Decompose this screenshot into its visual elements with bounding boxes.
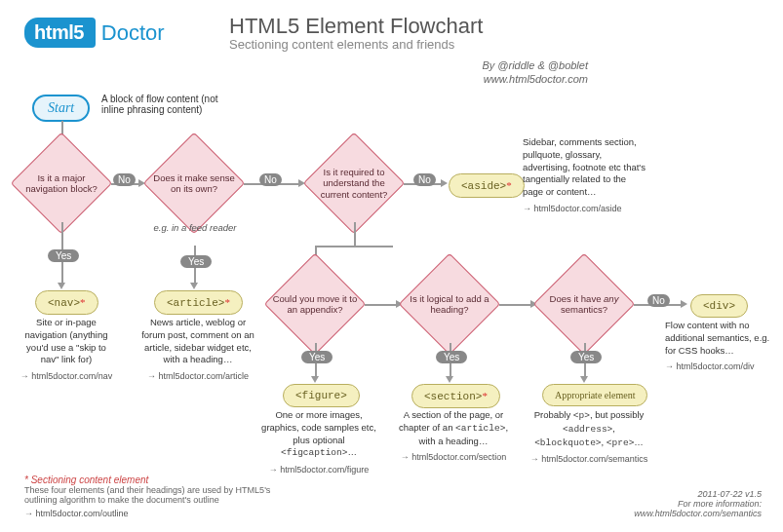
result-nav: <nav>* (35, 290, 98, 315)
arrow-head-icon (441, 179, 448, 187)
result-section-desc: A section of the page, or chapter of an … (396, 409, 511, 464)
decision-semantics: Does it have any semantics? (533, 265, 635, 343)
arrow (365, 304, 398, 306)
arrow-head-icon (190, 283, 198, 289)
result-appropriate-desc: Probably <p>, but possibly <address>, <b… (529, 409, 649, 466)
edge-yes: Yes (180, 255, 212, 268)
edge-no: No (647, 294, 670, 307)
byline: By @riddle & @boblet www.html5doctor.com (482, 58, 588, 87)
result-figure-desc: One or more images, graphics, code sampl… (261, 409, 376, 475)
page-subtitle: Sectioning content elements and friends (229, 37, 483, 52)
result-figure: <figure> (283, 384, 360, 407)
decision-own-hint: e.g. in a feed reader (151, 222, 239, 233)
result-aside: <aside>* (449, 173, 525, 198)
start-node: Start (32, 95, 90, 122)
result-div-desc: Flow content with no additional semantic… (665, 320, 772, 373)
edge-yes: Yes (436, 351, 467, 363)
page-title: HTML5 Element Flowchart (229, 14, 483, 39)
edge-yes: Yes (48, 249, 79, 262)
logo-doctor: Doctor (101, 20, 165, 46)
result-article: <article>* (154, 290, 243, 315)
arrow (499, 304, 532, 306)
arrow-head-icon (681, 300, 687, 308)
footnote-sectioning: * Sectioning content element These four … (24, 475, 278, 518)
decision-own: Does it make sense on its own? (143, 144, 245, 222)
edge-yes: Yes (570, 351, 602, 363)
result-section: <section>* (411, 384, 500, 408)
arrow-head-icon (311, 376, 319, 383)
arrow-head-icon (580, 376, 588, 383)
decision-appendix: Could you move it to an appendix? (264, 265, 366, 343)
edge-no: No (413, 173, 436, 186)
edge-no: No (259, 173, 282, 186)
byline-url: www.html5doctor.com (482, 72, 588, 86)
decision-required: Is it required to understand the current… (303, 144, 405, 222)
arrow-head-icon (58, 283, 65, 289)
decision-nav: Is it a major navigation block? (11, 144, 112, 222)
result-nav-desc: Site or in-page navigation (anything you… (18, 317, 115, 382)
start-desc: A block of flow content (not inline phra… (101, 94, 238, 115)
arrow-head-icon (446, 376, 453, 383)
result-article-desc: News article, weblog or forum post, comm… (140, 317, 255, 382)
result-appropriate: Appropriate element (542, 384, 647, 406)
arrow (354, 222, 356, 246)
result-aside-desc: Sidebar, comments section, pullquote, gl… (523, 136, 646, 214)
result-div: <div> (690, 294, 748, 318)
footer-meta: 2011-07-22 v1.5 For more information: ww… (634, 489, 762, 518)
arrow (315, 246, 393, 247)
logo-badge: html5 (24, 18, 96, 48)
edge-no: No (113, 173, 136, 186)
byline-authors: By @riddle & @boblet (482, 58, 588, 72)
decision-heading: Is it logical to add a heading? (399, 265, 500, 343)
edge-yes: Yes (301, 351, 333, 363)
page-title-block: HTML5 Element Flowchart Sectioning conte… (229, 14, 483, 52)
logo: html5 Doctor (24, 18, 165, 48)
